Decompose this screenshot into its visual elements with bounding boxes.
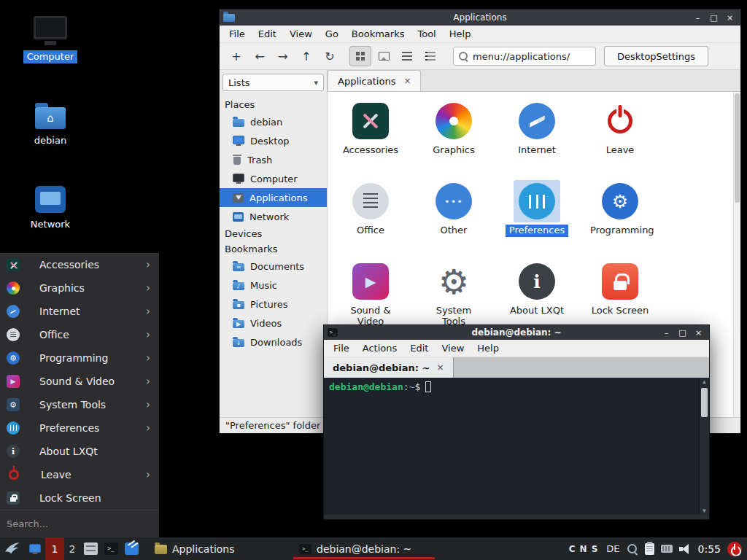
thumbnail-view-button[interactable] (373, 46, 395, 66)
term-menu-help[interactable]: Help (471, 341, 506, 356)
menu-item-programming[interactable]: ⚙ Programming › (0, 346, 159, 370)
desktop-icon-network[interactable]: Network (18, 186, 83, 231)
sidebar-item-trash[interactable]: Trash (220, 150, 327, 169)
prompt-dollar: $ (414, 381, 420, 392)
terminal-tab[interactable]: debian@debian: ~ × (324, 357, 454, 378)
app-internet[interactable]: Internet (495, 96, 578, 176)
sidebar-item-documents[interactable]: ≡ Documents (220, 257, 327, 276)
volume-icon[interactable] (679, 543, 692, 555)
desktop-icon-debian[interactable]: ⌂ debian (18, 101, 83, 147)
fm-window-title: Applications (220, 12, 740, 23)
keyboard-icon[interactable] (661, 545, 673, 553)
app-label: Internet (514, 144, 560, 157)
menu-item-graphics[interactable]: Graphics › (0, 276, 159, 300)
menu-item-system-tools[interactable]: ⚙ System Tools › (0, 393, 159, 416)
menu-item-accessories[interactable]: Accessories › (0, 253, 159, 276)
quicklaunch-editor[interactable] (121, 537, 142, 560)
preferences-icon (519, 183, 555, 219)
search-input[interactable] (7, 518, 152, 529)
sidebar-item-network[interactable]: Network (220, 207, 327, 226)
workspace-2-button[interactable]: 2 (64, 537, 80, 560)
scroll-down-icon[interactable]: ▼ (703, 508, 706, 514)
forward-button[interactable]: → (272, 46, 294, 66)
sidebar-item-pictures[interactable]: ▪ Pictures (220, 295, 327, 314)
compact-view-button[interactable] (396, 46, 418, 66)
menu-item-office[interactable]: Office › (0, 323, 159, 346)
back-button[interactable]: ← (249, 46, 271, 66)
clock[interactable]: 0:55 (698, 543, 721, 555)
path-bar[interactable]: menu://applications/ (453, 47, 596, 66)
terminal-scrollbar-thumb[interactable] (701, 388, 708, 417)
new-tab-button[interactable]: + (225, 46, 247, 66)
fm-menu-help[interactable]: Help (443, 26, 478, 42)
term-menu-edit[interactable]: Edit (403, 341, 435, 356)
terminal-scrollbar[interactable]: ▲ ▼ (699, 378, 709, 515)
menu-item-leave[interactable]: Leave › (0, 463, 159, 486)
term-menu-file[interactable]: File (327, 341, 356, 356)
sidebar-mode-select[interactable]: Lists ▾ (222, 74, 324, 91)
app-programming[interactable]: ⚙ Programming (578, 176, 662, 257)
menu-item-preferences[interactable]: Preferences › (0, 416, 159, 440)
caps-indicator: C (569, 544, 576, 554)
fm-menu-edit[interactable]: Edit (252, 26, 283, 42)
fm-scrollbar-thumb[interactable] (735, 93, 740, 203)
task-button-terminal[interactable]: >_ debian@debian: ~ (292, 537, 436, 560)
keyboard-state-indicator[interactable]: C N S (569, 544, 598, 554)
start-menu-button[interactable] (0, 537, 25, 560)
app-other[interactable]: ••• Other (412, 176, 495, 257)
minimize-button[interactable]: – (691, 12, 705, 24)
app-leave[interactable]: Leave (578, 96, 662, 176)
menu-item-internet[interactable]: Internet › (0, 300, 159, 323)
quicklaunch-file-manager[interactable] (80, 537, 101, 560)
clipboard-icon[interactable] (645, 543, 654, 555)
workspace-1-button[interactable]: 1 (45, 537, 64, 560)
close-button[interactable]: × (692, 327, 705, 339)
sidebar-item-downloads[interactable]: ↓ Downloads (220, 332, 327, 351)
menu-item-sound-video[interactable]: ▶ Sound & Video › (0, 370, 159, 393)
up-button[interactable]: ↑ (295, 46, 317, 66)
term-menu-actions[interactable]: Actions (356, 341, 404, 356)
fm-menu-go[interactable]: Go (319, 26, 345, 42)
tab-close-icon[interactable]: × (436, 362, 444, 373)
app-office[interactable]: Office (329, 176, 412, 257)
maximize-button[interactable]: □ (676, 327, 689, 339)
app-preferences[interactable]: Preferences (495, 176, 578, 257)
sidebar-item-music[interactable]: ♪ Music (220, 276, 327, 295)
terminal-titlebar[interactable]: >_ debian@debian: ~ – □ × (324, 325, 709, 340)
app-label: Accessories (339, 144, 402, 157)
terminal-screen[interactable]: debian@debian:~$ ▲ ▼ (324, 378, 709, 515)
desktop-settings-button[interactable]: DesktopSettings (604, 46, 708, 66)
close-button[interactable]: × (723, 12, 737, 24)
sidebar-item-videos[interactable]: ▶ Videos (220, 314, 327, 332)
fm-menu-file[interactable]: File (222, 26, 252, 42)
task-button-applications[interactable]: Applications (147, 537, 292, 560)
app-accessories[interactable]: Accessories (329, 96, 412, 176)
quicklaunch-terminal[interactable]: >_ (101, 537, 121, 560)
keyboard-layout-indicator[interactable]: DE (606, 543, 619, 554)
fm-scrollbar[interactable] (733, 92, 740, 417)
fm-menu-bookmarks[interactable]: Bookmarks (345, 26, 411, 42)
show-desktop-button[interactable] (25, 537, 45, 560)
app-graphics[interactable]: Graphics (412, 96, 495, 176)
tab-applications[interactable]: Applications × (328, 70, 421, 91)
term-menu-view[interactable]: View (435, 341, 471, 356)
fm-titlebar[interactable]: Applications – □ × (220, 9, 740, 26)
fm-menu-view[interactable]: View (283, 26, 319, 42)
maximize-button[interactable]: □ (707, 12, 721, 24)
sidebar-item-desktop[interactable]: Desktop (220, 131, 327, 150)
minimize-button[interactable]: – (659, 327, 673, 339)
desktop-icon-computer[interactable]: Computer (18, 16, 83, 63)
sidebar-item-applications[interactable]: Applications (220, 188, 327, 207)
menu-item-about-lxqt[interactable]: i About LXQt (0, 440, 159, 463)
screenshot-tool-icon[interactable] (627, 543, 638, 555)
icon-view-button[interactable] (349, 46, 371, 66)
fm-menu-tool[interactable]: Tool (411, 26, 442, 42)
tab-close-icon[interactable]: × (403, 76, 411, 86)
menu-item-lock-screen[interactable]: Lock Screen (0, 486, 159, 510)
scroll-up-icon[interactable]: ▲ (703, 378, 706, 385)
power-button[interactable] (727, 542, 742, 556)
refresh-button[interactable]: ↻ (319, 46, 341, 66)
detailed-view-button[interactable] (419, 46, 441, 66)
sidebar-item-debian[interactable]: debian (220, 112, 327, 131)
sidebar-item-computer[interactable]: Computer (220, 169, 327, 188)
